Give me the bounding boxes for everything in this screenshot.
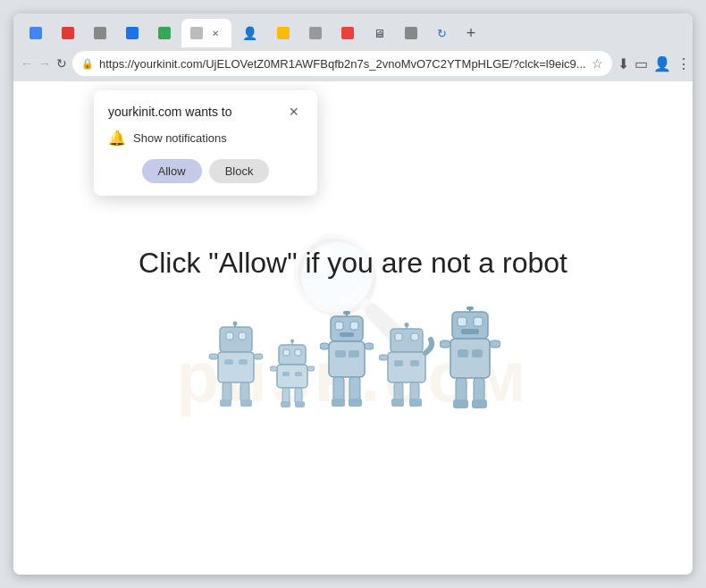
tab-5[interactable] [149,19,180,47]
back-button[interactable]: ← [21,51,33,76]
address-bar[interactable]: 🔒 https://yourkinit.com/UjELOVetZ0MR1AWF… [72,51,612,76]
svg-rect-55 [409,399,422,407]
robot-1 [206,320,265,409]
forward-button[interactable]: → [38,51,51,76]
tab-1[interactable] [21,19,51,47]
address-bar-area: ← → ↻ 🔒 https://yourkinit.com/UjELOVetZ0… [13,47,693,81]
svg-point-18 [290,340,294,343]
tab-3[interactable] [85,19,115,47]
allow-button[interactable]: Allow [142,159,202,183]
svg-rect-20 [282,372,290,376]
tab-10-favicon [341,27,354,39]
svg-rect-39 [333,377,344,402]
cast-icon: ▭ [635,55,648,72]
svg-rect-30 [350,322,358,330]
popup-notification-row: 🔔 Show notifications [108,130,303,147]
new-tab-button[interactable]: + [458,21,483,46]
tab-7[interactable]: 👤 [233,19,266,47]
menu-icon: ⋮ [677,55,691,72]
svg-rect-65 [440,340,450,348]
svg-rect-66 [490,340,500,348]
tab-9-favicon [309,27,322,39]
popup-close-button[interactable]: ✕ [285,103,303,121]
svg-rect-64 [472,349,483,357]
tab-9[interactable] [300,19,331,47]
svg-rect-21 [295,372,302,376]
tab-1-favicon [29,27,42,39]
popup-title: yourkinit.com wants to [108,105,232,119]
svg-rect-16 [295,349,301,356]
svg-rect-14 [279,345,306,365]
robot-2 [270,338,315,409]
svg-rect-61 [466,307,474,310]
notification-label: Show notifications [133,131,227,145]
reload-button[interactable]: ↻ [56,51,67,76]
tab-10[interactable] [332,19,363,47]
robot-5 [440,307,500,409]
svg-rect-15 [283,349,290,356]
svg-rect-12 [220,399,231,407]
svg-rect-33 [343,311,350,315]
svg-rect-49 [394,360,403,366]
back-icon: ← [21,56,33,71]
tab-active[interactable]: ✕ [181,19,231,47]
svg-rect-23 [307,366,315,371]
svg-rect-58 [474,317,483,326]
svg-rect-38 [365,343,374,349]
svg-rect-48 [388,352,425,382]
tab-5-favicon [158,27,171,39]
svg-rect-51 [379,355,388,360]
tab-bar: ✕ 👤 🖥 ↻ + [13,13,693,47]
url-text: https://yourkinit.com/UjELOVetZ0MR1AWFBq… [99,57,586,71]
tab-close-button[interactable]: ✕ [208,26,223,40]
svg-rect-26 [281,401,290,407]
svg-rect-7 [239,359,248,365]
robots-illustration [206,307,500,409]
svg-rect-9 [254,354,263,359]
bell-icon: 🔔 [108,130,126,147]
svg-rect-22 [270,366,277,371]
webpage-content: 🔍 риѕн.сом yourkinit.com wants to ✕ 🔔 Sh… [13,81,693,575]
tab-11[interactable]: 🖥 [365,19,394,47]
svg-rect-57 [458,317,466,326]
svg-rect-36 [349,350,359,357]
svg-rect-8 [209,354,218,359]
svg-rect-37 [320,343,329,349]
block-button[interactable]: Block [209,159,270,183]
svg-rect-42 [349,399,362,407]
download-button[interactable]: ⬇ [618,51,629,76]
svg-rect-62 [450,339,490,378]
robot-4 [379,322,434,409]
menu-button[interactable]: ⋮ [677,51,691,76]
page-headline: Click "Allow" if you are not a robot [139,247,567,280]
svg-rect-45 [411,333,418,340]
tab-2[interactable] [53,19,83,47]
svg-rect-70 [472,399,487,408]
svg-rect-68 [474,378,484,403]
tab-active-favicon [190,27,203,39]
svg-rect-44 [395,333,402,340]
forward-icon: → [38,56,51,71]
tab-2-favicon [62,27,74,39]
bookmark-icon[interactable]: ☆ [592,56,603,71]
tab-4-favicon [126,27,139,39]
download-icon: ⬇ [618,55,629,72]
svg-rect-13 [240,399,252,407]
svg-rect-5 [218,352,254,382]
tab-8[interactable] [268,19,298,47]
notification-popup: yourkinit.com wants to ✕ 🔔 Show notifica… [94,90,317,196]
tab-4[interactable] [117,19,147,47]
tab-8-favicon [277,27,290,39]
svg-rect-34 [329,341,365,377]
cast-button[interactable]: ▭ [635,51,648,76]
tab-13[interactable]: ↻ [428,19,457,47]
profile-button[interactable]: 👤 [653,51,671,76]
svg-rect-35 [335,350,346,357]
svg-point-47 [404,323,408,327]
svg-rect-67 [456,378,466,403]
svg-rect-50 [410,360,419,366]
browser-window: ✕ 👤 🖥 ↻ + ← → ↻ [13,13,693,575]
profile-icon: 👤 [653,55,671,72]
tab-3-favicon [94,27,106,39]
tab-12[interactable] [396,19,426,47]
